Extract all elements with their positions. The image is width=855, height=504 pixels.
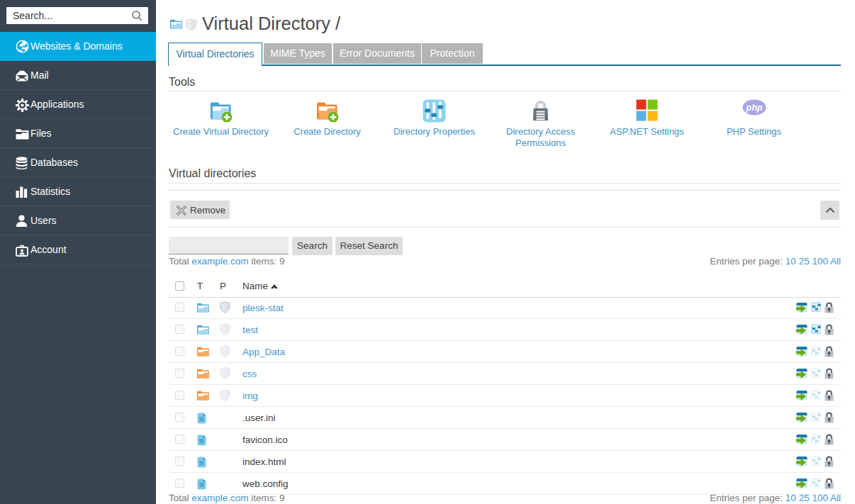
svg-text:php: php (745, 103, 762, 113)
